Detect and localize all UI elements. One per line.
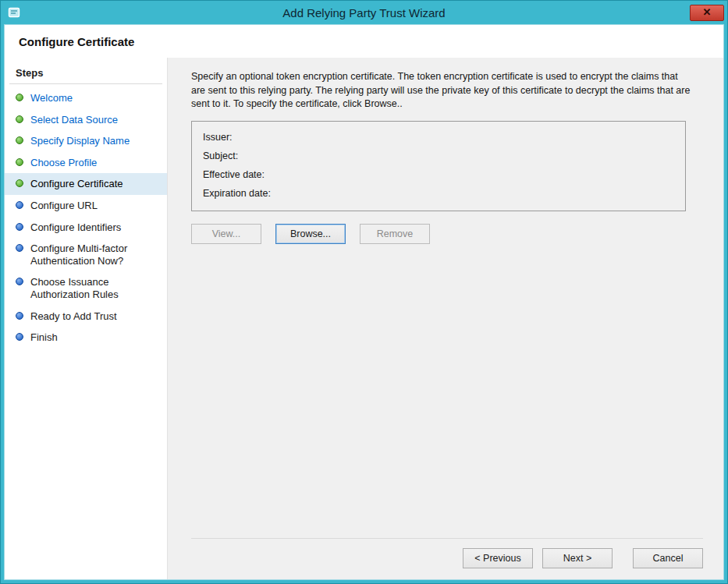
step-status-icon xyxy=(16,278,23,285)
cert-field-issuer: Issuer: xyxy=(203,128,674,147)
sidebar-item-choose-profile[interactable]: Choose Profile xyxy=(5,152,167,174)
sidebar-item-ready-to-add-trust: Ready to Add Trust xyxy=(5,306,167,327)
sidebar-item-configure-url: Configure URL xyxy=(5,195,167,217)
step-status-icon xyxy=(16,244,23,252)
page-title: Configure Certificate xyxy=(19,35,134,48)
previous-button[interactable]: < Previous xyxy=(463,548,533,568)
sidebar-item-finish: Finish xyxy=(5,327,167,349)
step-status-icon xyxy=(16,179,23,187)
sidebar-item-specify-display-name[interactable]: Specify Display Name xyxy=(5,130,167,152)
window-title: Add Relying Party Trust Wizard xyxy=(4,6,724,19)
certificate-actions: View... Browse... Remove xyxy=(191,224,703,244)
step-status-icon xyxy=(16,115,23,123)
cancel-button[interactable]: Cancel xyxy=(633,548,703,568)
next-button[interactable]: Next > xyxy=(542,548,613,568)
sidebar-item-select-data-source[interactable]: Select Data Source xyxy=(5,109,167,131)
wizard-window: Add Relying Party Trust Wizard ✕ Configu… xyxy=(0,0,728,584)
sidebar-item-choose-issuance-authorization-rules: Choose Issuance Authorization Rules xyxy=(5,271,167,305)
step-status-icon xyxy=(16,158,23,166)
step-status-icon xyxy=(16,312,23,320)
step-status-icon xyxy=(16,333,23,341)
steps-divider xyxy=(9,83,162,84)
steps-heading: Steps xyxy=(5,64,167,83)
sidebar-item-configure-mfa: Configure Multi-factor Authentication No… xyxy=(5,238,167,271)
step-status-icon xyxy=(16,223,23,231)
step-status-icon xyxy=(16,94,23,101)
cert-field-subject: Subject: xyxy=(203,147,674,165)
browse-button[interactable]: Browse... xyxy=(275,224,346,244)
titlebar[interactable]: Add Relying Party Trust Wizard ✕ xyxy=(4,1,724,24)
wizard-footer: < Previous Next > Cancel xyxy=(191,538,703,568)
sidebar-item-configure-identifiers: Configure Identifiers xyxy=(5,217,167,239)
page-header: Configure Certificate xyxy=(5,25,723,58)
step-status-icon xyxy=(16,136,23,144)
sidebar-item-welcome[interactable]: Welcome xyxy=(5,87,167,109)
sidebar-item-configure-certificate[interactable]: Configure Certificate xyxy=(5,173,167,195)
cert-field-expiration-date: Expiration date: xyxy=(203,184,674,203)
step-status-icon xyxy=(16,201,23,209)
close-button[interactable]: ✕ xyxy=(690,5,724,21)
certificate-details-box: Issuer: Subject: Effective date: Expirat… xyxy=(191,121,686,211)
cert-field-effective-date: Effective date: xyxy=(203,165,674,184)
main-panel: Specify an optional token encryption cer… xyxy=(167,58,723,579)
remove-button[interactable]: Remove xyxy=(360,224,430,244)
steps-sidebar: Steps Welcome Select Data Source Specify… xyxy=(5,58,167,579)
view-button[interactable]: View... xyxy=(191,224,261,244)
window-body: Configure Certificate Steps Welcome Sele… xyxy=(4,24,724,580)
page-description: Specify an optional token encryption cer… xyxy=(191,70,691,111)
